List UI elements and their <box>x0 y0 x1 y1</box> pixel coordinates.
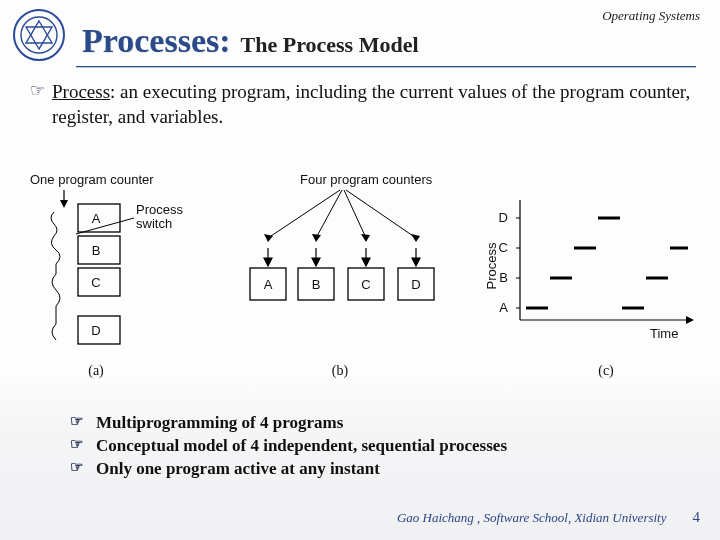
bullet-item: ☞ Multiprogramming of 4 programs <box>70 412 690 435</box>
fig-a-label: One program counter <box>30 172 154 187</box>
fig-b-label: Four program counters <box>300 172 433 187</box>
definition-rest: : an executing program, including the cu… <box>52 81 690 127</box>
bullet-list: ☞ Multiprogramming of 4 programs ☞ Conce… <box>70 412 690 481</box>
bullet-text: Multiprogramming of 4 programs <box>96 412 343 435</box>
svg-marker-23 <box>411 234 420 242</box>
svg-marker-25 <box>264 258 272 266</box>
svg-text:C: C <box>499 240 508 255</box>
svg-marker-2 <box>26 21 52 43</box>
svg-line-19 <box>346 190 416 238</box>
slide-title: Processes: The Process Model <box>82 22 419 60</box>
svg-text:Process: Process <box>484 242 499 289</box>
page-number: 4 <box>693 509 701 526</box>
svg-text:D: D <box>411 277 420 292</box>
svg-text:B: B <box>499 270 508 285</box>
title-sub: The Process Model <box>241 32 419 58</box>
svg-point-1 <box>21 17 57 53</box>
svg-text:D: D <box>91 323 100 338</box>
svg-text:(c): (c) <box>598 363 614 379</box>
svg-marker-29 <box>362 258 370 266</box>
title-main: Processes: <box>82 22 231 60</box>
svg-text:C: C <box>91 275 100 290</box>
title-rule <box>76 66 696 67</box>
svg-text:A: A <box>264 277 273 292</box>
svg-marker-3 <box>26 27 52 49</box>
svg-marker-5 <box>60 200 68 208</box>
svg-marker-21 <box>312 234 321 242</box>
process-model-figure: One program counter A B C D Process swit… <box>10 170 710 400</box>
svg-text:Time: Time <box>650 326 678 341</box>
definition-text: Process: an executing program, including… <box>52 80 700 129</box>
footer: Gao Haichang , Software School, Xidian U… <box>397 509 700 526</box>
svg-marker-43 <box>686 316 694 324</box>
hand-icon: ☞ <box>70 458 96 481</box>
svg-text:B: B <box>92 243 101 258</box>
svg-text:(a): (a) <box>88 363 104 379</box>
fig-a-switch-2: switch <box>136 216 172 231</box>
svg-marker-31 <box>412 258 420 266</box>
bullet-text: Conceptual model of 4 independent, seque… <box>96 435 507 458</box>
svg-text:B: B <box>312 277 321 292</box>
svg-text:A: A <box>499 300 508 315</box>
bullet-text: Only one program active at any instant <box>96 458 380 481</box>
university-logo <box>12 8 66 62</box>
svg-text:D: D <box>499 210 508 225</box>
hand-icon: ☞ <box>70 435 96 458</box>
hand-icon: ☞ <box>70 412 96 435</box>
hand-icon: ☞ <box>30 80 52 129</box>
footer-credit: Gao Haichang , Software School, Xidian U… <box>397 510 667 526</box>
course-label: Operating Systems <box>602 8 700 24</box>
svg-marker-22 <box>361 234 370 242</box>
fig-a-switch-1: Process <box>136 202 183 217</box>
definition-line: ☞ Process: an executing program, includi… <box>30 80 700 129</box>
definition-term: Process <box>52 81 110 102</box>
svg-text:(b): (b) <box>332 363 349 379</box>
svg-text:C: C <box>361 277 370 292</box>
bullet-item: ☞ Only one program active at any instant <box>70 458 690 481</box>
svg-line-18 <box>344 190 366 238</box>
svg-marker-27 <box>312 258 320 266</box>
bullet-item: ☞ Conceptual model of 4 independent, seq… <box>70 435 690 458</box>
svg-text:A: A <box>92 211 101 226</box>
